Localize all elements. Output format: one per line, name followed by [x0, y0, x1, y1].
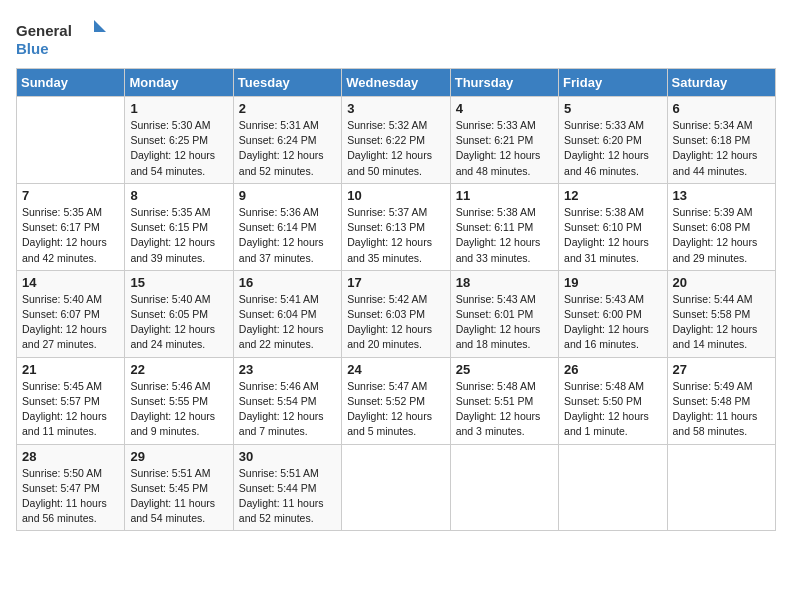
calendar-cell: 24Sunrise: 5:47 AMSunset: 5:52 PMDayligh… [342, 357, 450, 444]
day-info: Sunrise: 5:48 AMSunset: 5:51 PMDaylight:… [456, 379, 553, 440]
calendar-cell: 25Sunrise: 5:48 AMSunset: 5:51 PMDayligh… [450, 357, 558, 444]
day-info: Sunrise: 5:40 AMSunset: 6:07 PMDaylight:… [22, 292, 119, 353]
col-header-wednesday: Wednesday [342, 69, 450, 97]
day-info: Sunrise: 5:35 AMSunset: 6:17 PMDaylight:… [22, 205, 119, 266]
calendar-cell: 12Sunrise: 5:38 AMSunset: 6:10 PMDayligh… [559, 183, 667, 270]
calendar-cell: 18Sunrise: 5:43 AMSunset: 6:01 PMDayligh… [450, 270, 558, 357]
day-info: Sunrise: 5:33 AMSunset: 6:20 PMDaylight:… [564, 118, 661, 179]
calendar-cell: 23Sunrise: 5:46 AMSunset: 5:54 PMDayligh… [233, 357, 341, 444]
day-info: Sunrise: 5:44 AMSunset: 5:58 PMDaylight:… [673, 292, 770, 353]
day-number: 12 [564, 188, 661, 203]
col-header-sunday: Sunday [17, 69, 125, 97]
calendar-cell: 30Sunrise: 5:51 AMSunset: 5:44 PMDayligh… [233, 444, 341, 531]
day-number: 13 [673, 188, 770, 203]
calendar-cell: 6Sunrise: 5:34 AMSunset: 6:18 PMDaylight… [667, 97, 775, 184]
day-info: Sunrise: 5:30 AMSunset: 6:25 PMDaylight:… [130, 118, 227, 179]
calendar-cell: 4Sunrise: 5:33 AMSunset: 6:21 PMDaylight… [450, 97, 558, 184]
day-info: Sunrise: 5:46 AMSunset: 5:54 PMDaylight:… [239, 379, 336, 440]
day-number: 7 [22, 188, 119, 203]
day-info: Sunrise: 5:51 AMSunset: 5:45 PMDaylight:… [130, 466, 227, 527]
calendar-cell: 7Sunrise: 5:35 AMSunset: 6:17 PMDaylight… [17, 183, 125, 270]
page-header: General Blue [16, 16, 776, 60]
calendar-cell [559, 444, 667, 531]
day-number: 29 [130, 449, 227, 464]
day-number: 11 [456, 188, 553, 203]
day-number: 21 [22, 362, 119, 377]
day-info: Sunrise: 5:45 AMSunset: 5:57 PMDaylight:… [22, 379, 119, 440]
col-header-thursday: Thursday [450, 69, 558, 97]
calendar-cell: 9Sunrise: 5:36 AMSunset: 6:14 PMDaylight… [233, 183, 341, 270]
calendar-cell [342, 444, 450, 531]
day-info: Sunrise: 5:38 AMSunset: 6:10 PMDaylight:… [564, 205, 661, 266]
calendar-week-row: 7Sunrise: 5:35 AMSunset: 6:17 PMDaylight… [17, 183, 776, 270]
day-number: 28 [22, 449, 119, 464]
calendar-cell [17, 97, 125, 184]
calendar-cell: 15Sunrise: 5:40 AMSunset: 6:05 PMDayligh… [125, 270, 233, 357]
day-info: Sunrise: 5:51 AMSunset: 5:44 PMDaylight:… [239, 466, 336, 527]
calendar-cell: 5Sunrise: 5:33 AMSunset: 6:20 PMDaylight… [559, 97, 667, 184]
calendar-cell: 22Sunrise: 5:46 AMSunset: 5:55 PMDayligh… [125, 357, 233, 444]
day-info: Sunrise: 5:49 AMSunset: 5:48 PMDaylight:… [673, 379, 770, 440]
calendar-week-row: 1Sunrise: 5:30 AMSunset: 6:25 PMDaylight… [17, 97, 776, 184]
col-header-monday: Monday [125, 69, 233, 97]
logo: General Blue [16, 16, 106, 60]
calendar-cell: 10Sunrise: 5:37 AMSunset: 6:13 PMDayligh… [342, 183, 450, 270]
calendar-cell: 13Sunrise: 5:39 AMSunset: 6:08 PMDayligh… [667, 183, 775, 270]
day-info: Sunrise: 5:48 AMSunset: 5:50 PMDaylight:… [564, 379, 661, 440]
day-info: Sunrise: 5:43 AMSunset: 6:00 PMDaylight:… [564, 292, 661, 353]
day-info: Sunrise: 5:36 AMSunset: 6:14 PMDaylight:… [239, 205, 336, 266]
day-number: 10 [347, 188, 444, 203]
day-info: Sunrise: 5:50 AMSunset: 5:47 PMDaylight:… [22, 466, 119, 527]
day-info: Sunrise: 5:38 AMSunset: 6:11 PMDaylight:… [456, 205, 553, 266]
calendar-cell: 21Sunrise: 5:45 AMSunset: 5:57 PMDayligh… [17, 357, 125, 444]
day-info: Sunrise: 5:31 AMSunset: 6:24 PMDaylight:… [239, 118, 336, 179]
calendar-cell: 3Sunrise: 5:32 AMSunset: 6:22 PMDaylight… [342, 97, 450, 184]
day-info: Sunrise: 5:46 AMSunset: 5:55 PMDaylight:… [130, 379, 227, 440]
day-number: 14 [22, 275, 119, 290]
day-info: Sunrise: 5:35 AMSunset: 6:15 PMDaylight:… [130, 205, 227, 266]
col-header-tuesday: Tuesday [233, 69, 341, 97]
day-info: Sunrise: 5:39 AMSunset: 6:08 PMDaylight:… [673, 205, 770, 266]
calendar-header-row: SundayMondayTuesdayWednesdayThursdayFrid… [17, 69, 776, 97]
calendar-cell: 26Sunrise: 5:48 AMSunset: 5:50 PMDayligh… [559, 357, 667, 444]
day-number: 23 [239, 362, 336, 377]
calendar-cell: 27Sunrise: 5:49 AMSunset: 5:48 PMDayligh… [667, 357, 775, 444]
calendar-cell: 8Sunrise: 5:35 AMSunset: 6:15 PMDaylight… [125, 183, 233, 270]
day-number: 2 [239, 101, 336, 116]
day-number: 19 [564, 275, 661, 290]
svg-text:General: General [16, 22, 72, 39]
day-number: 24 [347, 362, 444, 377]
calendar-cell: 16Sunrise: 5:41 AMSunset: 6:04 PMDayligh… [233, 270, 341, 357]
calendar-cell: 1Sunrise: 5:30 AMSunset: 6:25 PMDaylight… [125, 97, 233, 184]
day-number: 30 [239, 449, 336, 464]
col-header-saturday: Saturday [667, 69, 775, 97]
day-info: Sunrise: 5:41 AMSunset: 6:04 PMDaylight:… [239, 292, 336, 353]
day-number: 8 [130, 188, 227, 203]
calendar-table: SundayMondayTuesdayWednesdayThursdayFrid… [16, 68, 776, 531]
logo-svg: General Blue [16, 16, 106, 60]
calendar-cell: 17Sunrise: 5:42 AMSunset: 6:03 PMDayligh… [342, 270, 450, 357]
day-number: 15 [130, 275, 227, 290]
calendar-cell: 14Sunrise: 5:40 AMSunset: 6:07 PMDayligh… [17, 270, 125, 357]
day-info: Sunrise: 5:42 AMSunset: 6:03 PMDaylight:… [347, 292, 444, 353]
day-info: Sunrise: 5:32 AMSunset: 6:22 PMDaylight:… [347, 118, 444, 179]
calendar-cell: 2Sunrise: 5:31 AMSunset: 6:24 PMDaylight… [233, 97, 341, 184]
day-info: Sunrise: 5:33 AMSunset: 6:21 PMDaylight:… [456, 118, 553, 179]
calendar-cell [450, 444, 558, 531]
day-number: 18 [456, 275, 553, 290]
col-header-friday: Friday [559, 69, 667, 97]
day-number: 9 [239, 188, 336, 203]
day-number: 22 [130, 362, 227, 377]
svg-text:Blue: Blue [16, 40, 49, 57]
day-info: Sunrise: 5:34 AMSunset: 6:18 PMDaylight:… [673, 118, 770, 179]
day-number: 6 [673, 101, 770, 116]
calendar-cell: 19Sunrise: 5:43 AMSunset: 6:00 PMDayligh… [559, 270, 667, 357]
day-number: 3 [347, 101, 444, 116]
calendar-week-row: 21Sunrise: 5:45 AMSunset: 5:57 PMDayligh… [17, 357, 776, 444]
svg-marker-2 [94, 20, 106, 32]
day-number: 20 [673, 275, 770, 290]
day-number: 26 [564, 362, 661, 377]
day-info: Sunrise: 5:40 AMSunset: 6:05 PMDaylight:… [130, 292, 227, 353]
calendar-week-row: 14Sunrise: 5:40 AMSunset: 6:07 PMDayligh… [17, 270, 776, 357]
day-info: Sunrise: 5:43 AMSunset: 6:01 PMDaylight:… [456, 292, 553, 353]
